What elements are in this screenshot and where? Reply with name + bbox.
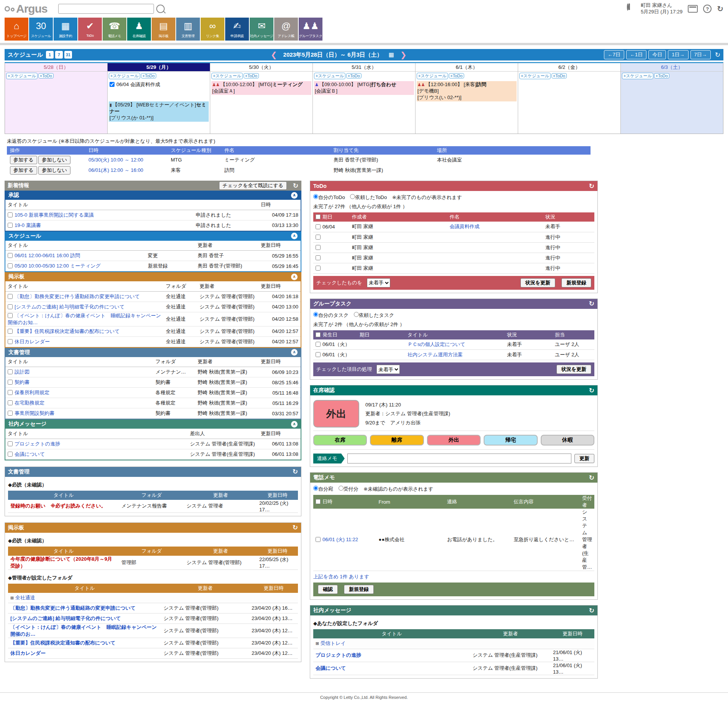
row-checkbox[interactable]: [316, 352, 321, 357]
join-button[interactable]: 参加する: [10, 156, 37, 164]
add-schedule-button[interactable]: +スケジュール: [622, 73, 653, 79]
row-checkbox[interactable]: [8, 304, 13, 309]
row-checkbox[interactable]: [8, 294, 13, 299]
range-nav-button[interactable]: 1日→: [668, 50, 688, 59]
memo-update-button[interactable]: 更新: [574, 454, 594, 463]
desk-memo-radio[interactable]: [339, 486, 344, 491]
row-checkbox[interactable]: [316, 342, 321, 347]
toolbar-item[interactable]: 30 スケジュール: [29, 18, 53, 41]
board-title-link[interactable]: [システムのご連絡] 給与明細電子化の件について: [15, 304, 124, 310]
row-checkbox[interactable]: [8, 452, 13, 457]
decline-button[interactable]: 参加しない: [38, 156, 70, 164]
collapse-chevron-icon[interactable]: ∧: [291, 274, 298, 280]
refresh-icon[interactable]: ↻: [717, 4, 723, 13]
task-title-link[interactable]: 社内システム運用方法案: [407, 352, 463, 357]
toolbar-item[interactable]: ▥ 文書管理: [176, 18, 200, 41]
board-title-link[interactable]: 【重要】住民税課税決定通知書の配布について: [10, 640, 116, 646]
next-week-arrow[interactable]: ❯: [400, 50, 407, 59]
memo-total-link[interactable]: 上記を含め 1件 あります: [313, 574, 369, 579]
decline-button[interactable]: 参加しない: [38, 166, 70, 175]
toolbar-item[interactable]: ✔ ToDo: [78, 18, 102, 41]
add-schedule-button[interactable]: +スケジュール: [6, 73, 38, 79]
presence-status-button[interactable]: 帰宅: [484, 435, 537, 445]
search-icon[interactable]: [156, 5, 165, 13]
my-memo-radio[interactable]: [313, 486, 318, 491]
add-schedule-button[interactable]: +スケジュール: [519, 73, 551, 79]
schedule-title-link[interactable]: 06/01 12:00-06/01 16:00 訪問: [15, 253, 80, 258]
phone-refresh-icon[interactable]: ↻: [589, 474, 594, 482]
schedule-event[interactable]: ♟【09:00-10:00】 [MTG]打ち合わせ [会議室Ｂ]: [314, 81, 414, 95]
add-todo-button[interactable]: +ToDo: [346, 73, 362, 78]
argus-logo[interactable]: Argus: [5, 3, 47, 15]
grouptask-status-select[interactable]: 未着手: [376, 365, 400, 374]
requested-todo-radio[interactable]: [350, 194, 355, 199]
toolbar-item[interactable]: ♟ 在席確認: [127, 18, 151, 41]
row-checkbox[interactable]: [316, 255, 321, 260]
message-title-link[interactable]: プロジェクトの進捗: [316, 652, 361, 658]
add-schedule-button[interactable]: +スケジュール: [417, 73, 448, 79]
board-panel-refresh-icon[interactable]: ↻: [293, 524, 298, 532]
board-title-link[interactable]: 〔勤怠〕勤務先変更に伴う通勤経路の変更申請について: [15, 294, 140, 299]
collapse-chevron-icon[interactable]: ∧: [291, 421, 298, 428]
toolbar-item[interactable]: ⌂ トップページ: [5, 18, 28, 41]
presence-status-button[interactable]: 外出: [427, 435, 481, 445]
update-status-button[interactable]: 状況を更新: [556, 365, 591, 374]
row-checkbox[interactable]: [8, 390, 13, 395]
news-refresh-icon[interactable]: ↻: [293, 182, 298, 190]
collapse-chevron-icon[interactable]: ∧: [291, 233, 298, 239]
row-checkbox[interactable]: [8, 223, 13, 228]
calendar-picker-icon[interactable]: ▦: [389, 51, 394, 58]
board-title-link[interactable]: 〔勤怠〕勤務先変更に伴う通勤経路の変更申請について: [10, 605, 136, 611]
todo-status-select[interactable]: 未着手: [367, 278, 390, 287]
row-checkbox[interactable]: [8, 369, 13, 374]
row-checkbox[interactable]: [8, 212, 13, 217]
schedule-datetime-link[interactable]: 05/30(火) 10:00 ～ 12:00: [88, 157, 143, 163]
doc-title-link[interactable]: 設計図: [15, 369, 29, 375]
requested-task-radio[interactable]: [354, 312, 359, 317]
new-memo-button[interactable]: 新規登録: [344, 585, 374, 594]
row-checkbox[interactable]: [8, 329, 13, 334]
toolbar-item[interactable]: ☎ 電話メモ: [103, 18, 126, 41]
approval-title-link[interactable]: 19-0 稟議書: [15, 222, 41, 228]
add-schedule-button[interactable]: +スケジュール: [109, 73, 140, 79]
board-title-link[interactable]: 〔イベント：けんぽ〕春の健康イベント 睡眠記録キャンペーン開催のお知…: [8, 313, 161, 325]
row-checkbox[interactable]: [8, 339, 13, 344]
schedule-event[interactable]: ▮【05/29】 [WEBセミナー／イベント]セミナー [プリウス(か 01-*…: [109, 101, 209, 122]
task-title-link[interactable]: ＰＣsの個人設定について: [407, 341, 465, 347]
select-all-checkbox[interactable]: [316, 214, 321, 219]
new-todo-button[interactable]: 新規登録: [561, 278, 591, 287]
collapse-chevron-icon[interactable]: ∧: [291, 192, 298, 199]
week-view-icon[interactable]: 7: [55, 51, 63, 59]
row-checkbox[interactable]: [316, 537, 321, 542]
presence-status-button[interactable]: 在席: [313, 435, 367, 445]
todo-subject-link[interactable]: 会議資料作成: [450, 224, 479, 229]
add-todo-button[interactable]: +ToDo: [141, 73, 156, 78]
range-nav-button[interactable]: 7日→: [690, 50, 711, 59]
message-title-link[interactable]: プロジェクトの進捗: [15, 441, 60, 447]
memo-date-link[interactable]: 06/01 (火) 11:22: [322, 537, 358, 542]
range-nav-button[interactable]: ←1日: [626, 50, 646, 59]
todo-done-checkbox[interactable]: [110, 82, 115, 87]
approval-title-link[interactable]: 105-0 新規事業所開設に関する稟議: [15, 212, 94, 218]
my-todo-radio[interactable]: [313, 194, 318, 199]
board-title-link[interactable]: 〔イベント：けんぽ〕春の健康イベント 睡眠記録キャンペーン開催のお…: [10, 624, 157, 637]
toolbar-item[interactable]: ♟♟ グループタスク: [299, 18, 322, 41]
row-checkbox[interactable]: [316, 266, 321, 271]
add-schedule-button[interactable]: +スケジュール: [211, 73, 243, 79]
row-checkbox[interactable]: [8, 253, 13, 258]
row-checkbox[interactable]: [8, 313, 13, 318]
schedule-event[interactable]: ♟♟【10:00-12:00】 [MTG]ミーティング [会議室Ａ]: [211, 81, 311, 95]
schedule-event[interactable]: ♟♟【12:00-16:00】 [来客]訪問 [デモ機B] [プリウス(い 02…: [417, 81, 517, 101]
update-status-button[interactable]: 状況を更新: [520, 278, 555, 287]
prev-week-arrow[interactable]: ❮: [271, 50, 277, 59]
toolbar-item[interactable]: ▤ 掲示板: [152, 18, 175, 41]
presence-status-button[interactable]: 休暇: [541, 435, 594, 445]
toolbar-item[interactable]: ✍ 申請承認: [225, 18, 249, 41]
add-todo-button[interactable]: +ToDo: [244, 73, 259, 78]
presence-status-button[interactable]: 離席: [370, 435, 424, 445]
doc-title-link[interactable]: 保養所利用規定: [15, 390, 49, 395]
expand-icon[interactable]: ⊞: [316, 641, 319, 646]
todo-item[interactable]: 06/04 会議資料作成: [109, 81, 209, 88]
todo-refresh-icon[interactable]: ↻: [589, 182, 594, 190]
row-checkbox[interactable]: [316, 245, 321, 250]
